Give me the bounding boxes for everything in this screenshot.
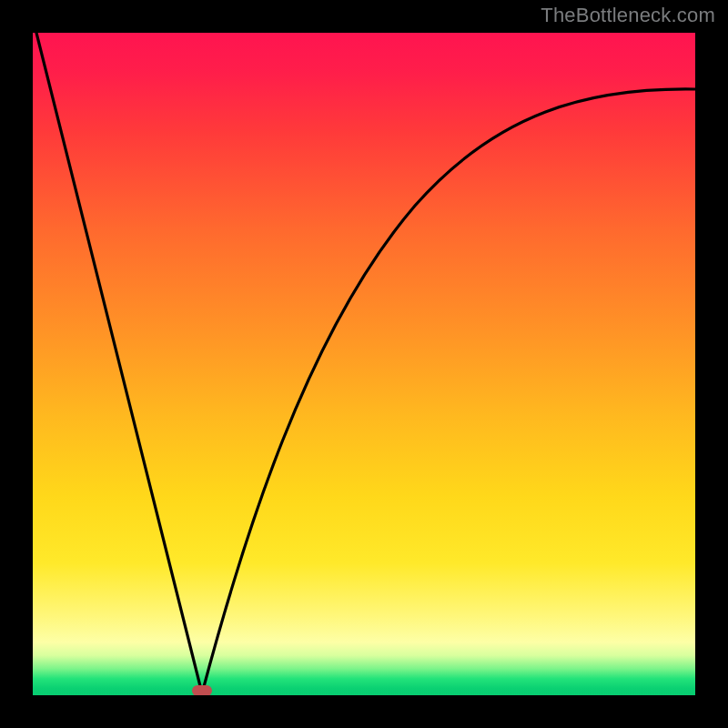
chart-canvas: TheBottleneck.com xyxy=(0,0,728,728)
plot-area xyxy=(33,33,695,695)
bottleneck-curve xyxy=(33,33,695,695)
curve-left-branch xyxy=(36,33,202,693)
minimum-marker xyxy=(192,685,212,695)
curve-right-branch xyxy=(202,89,695,693)
watermark-text: TheBottleneck.com xyxy=(541,4,715,27)
